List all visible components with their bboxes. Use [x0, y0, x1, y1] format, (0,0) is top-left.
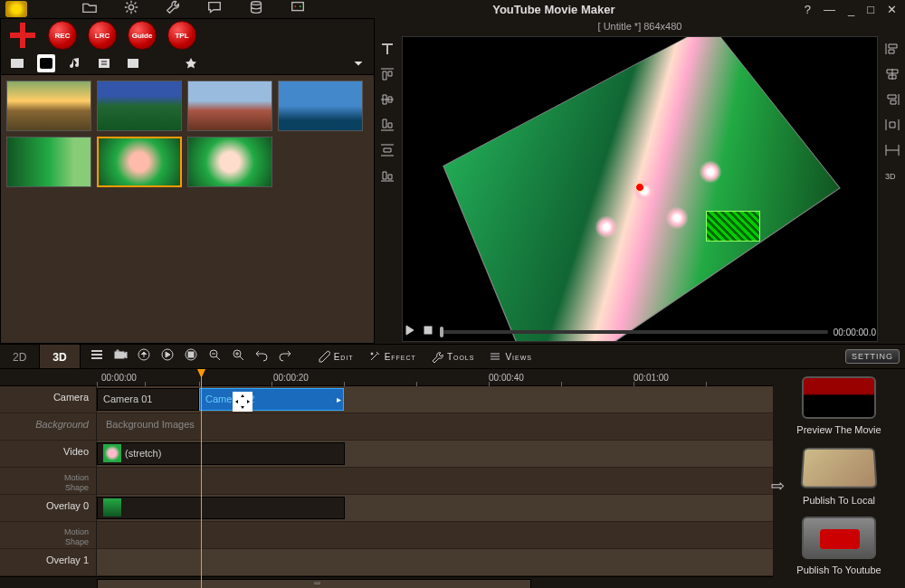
stop-circle-icon[interactable]: [184, 347, 198, 365]
svg-rect-13: [424, 327, 432, 334]
svg-rect-6: [11, 59, 13, 68]
add-camera-icon[interactable]: [113, 347, 128, 365]
timeline-ruler[interactable]: 00:00:00 00:00:20 00:00:40 00:01:00: [0, 369, 773, 386]
zoom-out-icon[interactable]: [207, 347, 222, 365]
record-button[interactable]: REC: [48, 21, 77, 50]
redo-icon[interactable]: [278, 347, 292, 365]
align-left-icon[interactable]: [884, 42, 900, 60]
align-hcenter-icon[interactable]: [884, 67, 900, 85]
preview-seek-slider[interactable]: [440, 330, 828, 334]
minimize-button[interactable]: _: [845, 3, 857, 16]
publish-local-label: Publish To Local: [803, 495, 875, 506]
mode-tab-2d[interactable]: 2D: [0, 345, 40, 368]
setting-button[interactable]: SETTING: [845, 349, 900, 364]
svg-rect-18: [188, 352, 194, 357]
chat-icon[interactable]: [206, 0, 223, 19]
preview-movie-button[interactable]: [802, 376, 876, 419]
undo-icon[interactable]: [254, 347, 269, 365]
track-label-video: Video: [0, 441, 97, 467]
media-thumbnails: [1, 75, 374, 343]
tab-audio[interactable]: [66, 54, 84, 72]
menu-lines-icon[interactable]: [90, 347, 104, 365]
3d-toggle-icon[interactable]: 3D: [884, 168, 900, 186]
mode-tab-3d[interactable]: 3D: [40, 345, 80, 368]
play-circle-icon[interactable]: [160, 347, 175, 365]
track-label-background: Background: [0, 413, 97, 440]
thumbnail-selected[interactable]: [97, 137, 182, 187]
track-label-overlay0: Overlay 0: [0, 495, 97, 521]
publish-youtube-label: Publish To Youtube: [796, 564, 881, 575]
tab-video[interactable]: [8, 54, 26, 72]
thumbnail[interactable]: [187, 137, 272, 187]
preview-movie-label: Preview The Movie: [796, 424, 881, 435]
svg-point-1: [252, 2, 262, 5]
thumbnail[interactable]: [6, 137, 91, 187]
thumbnail[interactable]: [278, 81, 363, 131]
guide-button[interactable]: Guide: [128, 21, 157, 50]
clip-camera-01[interactable]: Camera 01: [97, 388, 199, 411]
dropdown-arrow-icon[interactable]: [350, 53, 367, 73]
svg-rect-7: [22, 59, 24, 68]
distribute-v-icon[interactable]: [379, 143, 395, 161]
maximize-button[interactable]: □: [864, 3, 877, 16]
line-button[interactable]: ―: [821, 3, 838, 16]
thumbnail[interactable]: [6, 81, 91, 131]
preview-timecode: 00:00:00.0: [834, 327, 876, 337]
help-button[interactable]: ?: [802, 3, 814, 16]
background-placeholder: Background Images: [97, 413, 773, 435]
publish-local-button[interactable]: [800, 448, 877, 488]
align-top-icon[interactable]: [379, 67, 395, 85]
pivot-point[interactable]: [635, 183, 644, 192]
open-icon[interactable]: [81, 0, 98, 19]
align-right-icon[interactable]: [884, 92, 900, 110]
play-icon[interactable]: [404, 324, 416, 340]
template-button[interactable]: TPL: [167, 21, 196, 50]
edit-menu[interactable]: Edit: [310, 350, 361, 363]
svg-point-4: [300, 5, 301, 7]
tab-picture[interactable]: [124, 54, 142, 72]
tab-text[interactable]: [95, 54, 113, 72]
add-button[interactable]: [8, 21, 37, 50]
tab-list-icon[interactable]: [153, 54, 171, 72]
lrc-button[interactable]: LRC: [88, 21, 117, 50]
thumbnail[interactable]: [187, 81, 272, 131]
tools-menu[interactable]: Tools: [424, 350, 482, 363]
zoom-in-icon[interactable]: [231, 347, 245, 365]
wrench-icon[interactable]: [165, 0, 181, 19]
close-button[interactable]: ✕: [884, 3, 900, 16]
svg-rect-10: [99, 59, 110, 68]
align-baseline-icon[interactable]: [379, 168, 395, 186]
app-logo: [5, 1, 27, 17]
stretch-h-icon[interactable]: [884, 143, 900, 161]
clip-video[interactable]: (stretch): [97, 442, 345, 465]
text-tool-icon[interactable]: [379, 42, 395, 60]
preview-file-label: [ Untitle *] 864x480: [375, 18, 905, 34]
svg-rect-14: [115, 352, 124, 358]
tab-plugin-icon[interactable]: [182, 54, 200, 72]
timeline-hscroll[interactable]: [0, 576, 773, 589]
stop-icon[interactable]: [422, 324, 434, 340]
database-icon[interactable]: [248, 0, 264, 19]
up-circle-icon[interactable]: [137, 347, 151, 365]
align-bottom-icon[interactable]: [379, 118, 395, 136]
move-cursor-icon: [233, 392, 252, 412]
thumbnail[interactable]: [97, 81, 182, 131]
effect-menu[interactable]: Effect: [361, 350, 424, 363]
settings-gear-icon[interactable]: [123, 0, 139, 19]
svg-point-3: [294, 5, 296, 7]
svg-point-21: [371, 353, 373, 355]
align-vcenter-icon[interactable]: [379, 92, 395, 110]
playhead[interactable]: [201, 369, 202, 588]
preview-canvas[interactable]: [402, 36, 878, 342]
clip-camera-02[interactable]: Camera 02 ▸: [199, 388, 344, 411]
tab-image[interactable]: [37, 54, 55, 72]
clip-handle-icon[interactable]: ▸: [337, 394, 341, 404]
distribute-h-icon[interactable]: [884, 118, 900, 136]
svg-rect-5: [11, 59, 24, 68]
clip-overlay0[interactable]: [97, 497, 345, 519]
monitor-icon[interactable]: [290, 0, 306, 19]
publish-youtube-button[interactable]: [802, 517, 876, 559]
views-menu[interactable]: Views: [481, 350, 539, 363]
track-label-camera: Camera: [0, 386, 97, 413]
svg-point-0: [129, 5, 133, 9]
